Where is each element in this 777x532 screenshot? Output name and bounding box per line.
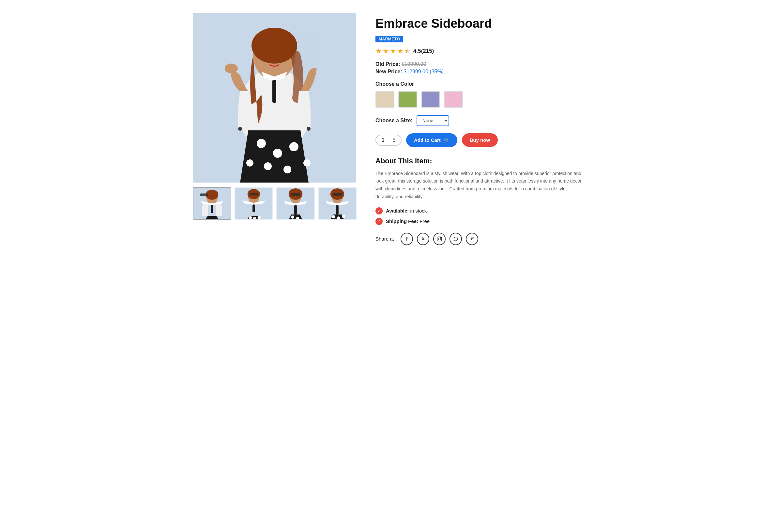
quantity-down-button[interactable]: ▼ <box>393 140 396 144</box>
brand-badge: MARMETO <box>375 36 403 42</box>
availability-value: in stock <box>410 208 427 214</box>
svg-point-14 <box>303 159 311 166</box>
rating-text: 4.5(215) <box>413 48 434 54</box>
svg-rect-7 <box>272 80 276 103</box>
svg-rect-27 <box>252 205 255 212</box>
thumbnail-4[interactable] <box>318 187 356 220</box>
pinterest-button[interactable]: 𝑃 <box>466 233 478 245</box>
svg-point-11 <box>289 142 299 151</box>
add-to-cart-label: Add to Cart <box>414 137 441 143</box>
shipping-check-icon: ✓ <box>375 218 382 225</box>
svg-point-28 <box>249 216 252 220</box>
star-rating: ★★★★★★ <box>375 47 411 55</box>
whatsapp-icon <box>453 236 458 242</box>
buy-now-button[interactable]: Buy now <box>462 133 498 147</box>
choose-size-label: Choose a Size: <box>375 118 413 124</box>
twitter-button[interactable]: 𝕏 <box>417 233 429 245</box>
thumbnail-2[interactable] <box>234 187 273 220</box>
svg-rect-42 <box>336 205 339 215</box>
svg-point-47 <box>438 238 441 240</box>
about-title: About This Item: <box>375 157 584 165</box>
svg-rect-22 <box>211 205 213 213</box>
color-swatch-lavender[interactable] <box>421 91 440 108</box>
shipping-label: Shipping Fee: <box>386 219 418 224</box>
star-1: ★ <box>375 47 382 55</box>
old-price-label: Old Price: <box>375 61 400 67</box>
quantity-field[interactable] <box>381 137 391 143</box>
svg-rect-41 <box>333 193 342 195</box>
rating-row: ★★★★★★ 4.5(215) <box>375 47 584 55</box>
svg-rect-35 <box>294 205 297 215</box>
add-to-cart-button[interactable]: Add to Cart 🛒 <box>406 133 457 147</box>
product-image-svg <box>193 13 356 182</box>
new-price-row: New Price: $12999.00 (35%) <box>375 69 584 75</box>
svg-point-43 <box>332 215 335 219</box>
svg-point-45 <box>342 215 345 218</box>
quantity-arrows: ▲ ▼ <box>393 137 396 144</box>
svg-point-36 <box>291 216 294 219</box>
star-3: ★ <box>390 47 396 55</box>
thumbnail-3[interactable] <box>276 187 315 220</box>
color-swatch-beige[interactable] <box>375 91 395 108</box>
svg-point-48 <box>440 237 441 238</box>
size-row: Choose a Size: None S M L XL XXL <box>375 115 584 126</box>
old-price-row: Old Price: $19999.00 <box>375 61 584 67</box>
instagram-icon <box>437 236 442 242</box>
svg-rect-46 <box>437 237 441 241</box>
svg-point-13 <box>284 166 291 173</box>
star-2: ★ <box>382 47 389 55</box>
svg-point-8 <box>225 63 238 73</box>
product-details-column: Embrace Sideboard MARMETO ★★★★★★ 4.5(215… <box>375 13 584 245</box>
svg-point-9 <box>257 139 266 148</box>
shipping-value: Free <box>420 219 430 224</box>
old-price-value: $19999.00 <box>402 61 426 67</box>
product-page: Embrace Sideboard MARMETO ★★★★★★ 4.5(215… <box>193 13 584 245</box>
size-select[interactable]: None S M L XL XXL <box>417 115 449 126</box>
cart-icon: 🛒 <box>443 137 449 143</box>
svg-rect-26 <box>249 193 258 195</box>
quantity-input[interactable]: ▲ ▼ <box>375 135 402 146</box>
svg-point-15 <box>246 159 253 166</box>
share-label: Share at : <box>375 236 397 242</box>
svg-point-17 <box>238 127 242 131</box>
whatsapp-button[interactable] <box>449 233 462 245</box>
star-4: ★ <box>397 47 404 55</box>
product-title: Embrace Sideboard <box>375 16 584 31</box>
availability-row: ✓ Available: in stock <box>375 207 584 215</box>
shipping-row: ✓ Shipping Fee: Free <box>375 218 584 225</box>
color-swatch-green[interactable] <box>398 91 417 108</box>
price-section: Old Price: $19999.00 New Price: $12999.0… <box>375 61 584 75</box>
action-row: ▲ ▼ Add to Cart 🛒 Buy now <box>375 133 584 147</box>
main-product-image <box>193 13 356 182</box>
availability-check-icon: ✓ <box>375 207 382 215</box>
star-5: ★★ <box>404 47 411 55</box>
svg-point-6 <box>251 28 297 63</box>
svg-point-10 <box>273 149 282 158</box>
svg-point-30 <box>258 216 261 219</box>
svg-point-16 <box>307 127 311 131</box>
svg-rect-21 <box>200 193 208 196</box>
color-swatches <box>375 91 584 108</box>
choose-color-label: Choose a Color <box>375 81 584 87</box>
new-price-value: $12999.00 (35%) <box>404 69 444 74</box>
quantity-up-button[interactable]: ▲ <box>393 137 396 140</box>
thumbnail-row <box>193 187 356 220</box>
thumbnail-1[interactable] <box>193 187 231 220</box>
svg-point-12 <box>264 162 272 170</box>
availability-label: Available: <box>386 208 409 214</box>
image-column <box>193 13 356 245</box>
svg-rect-34 <box>291 193 301 195</box>
color-swatch-pink[interactable] <box>444 91 463 108</box>
new-price-label: New Price: <box>375 69 402 74</box>
instagram-button[interactable] <box>433 233 446 245</box>
facebook-button[interactable]: f <box>401 233 413 245</box>
share-row: Share at : f 𝕏 𝑃 <box>375 233 584 245</box>
about-description: The Embrace Sideboard is a stylish wear.… <box>375 170 584 201</box>
info-rows: ✓ Available: in stock ✓ Shipping Fee: Fr… <box>375 207 584 225</box>
